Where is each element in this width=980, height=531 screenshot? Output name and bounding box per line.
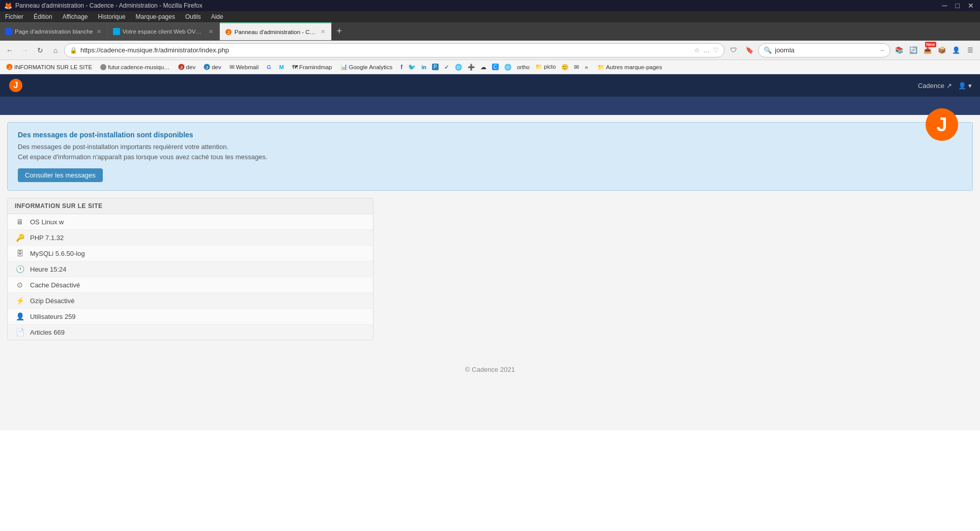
joomla-site-name[interactable]: Cadence ↗ [918,82,952,90]
bookmark-framindmap[interactable]: 🗺 Framindmap [289,63,335,71]
menu-historique[interactable]: Historique [96,13,128,21]
menu-icon[interactable]: ☰ [964,44,977,57]
bookmark-icon-futur [100,64,106,70]
shield-icon[interactable]: 🛡 [727,44,740,57]
back-button[interactable]: ← [3,44,16,57]
library-icon[interactable]: 📚 [892,44,906,57]
bookmark-star-icon[interactable]: ☆ [694,46,700,54]
sync-icon[interactable]: 🔄 [907,44,920,57]
bookmark-microsoft[interactable]: M [276,63,287,71]
menu-fichier[interactable]: Fichier [3,13,25,21]
bookmark-globe2[interactable]: 🌐 [502,63,513,72]
bookmarks-bar: J INFORMATION SUR LE SITE futur.cadence-… [0,60,980,74]
bookmark-more[interactable]: » [583,63,590,71]
search-submit-icon[interactable]: → [878,46,885,54]
joomla-logo-icon: J [8,78,23,93]
bookmark-ortho[interactable]: ortho [515,63,532,71]
bookmark-blue2[interactable]: C [490,63,501,71]
info-row-gzip: ⚡ Gzip Désactivé [8,293,373,309]
joomla-user-menu[interactable]: 👤 ▾ [958,82,972,90]
address-bar-actions: ☆ … ♡ [694,46,719,54]
bookmark-linkedin[interactable]: in [419,63,428,71]
bookmark-label-dev-1: dev [186,64,196,70]
bookmark-administration[interactable]: J INFORMATION SUR LE SITE [3,63,95,71]
maximize-button[interactable]: □ [954,2,962,10]
tab-favicon-3: J [225,28,232,36]
bookmark-cadence-futur[interactable]: futur.cadence-musiqu… [97,63,172,71]
search-input[interactable] [775,46,875,54]
menu-edition[interactable]: Édition [32,13,54,21]
tab-close-3[interactable]: ✕ [320,28,326,36]
tab-close-2[interactable]: ✕ [208,28,214,36]
bookmark-blue1[interactable]: P [430,63,441,71]
post-install-text2: Cet espace d'information n'apparaît pas … [18,153,962,161]
downloads-icon[interactable]: 📥 New [921,44,934,57]
new-tab-button[interactable]: + [332,22,347,40]
bookmark-dev-2[interactable]: J dev [200,63,224,71]
os-value: OS Linux w [30,218,64,226]
menubar: Fichier Édition Affichage Historique Mar… [0,11,980,22]
tab-favicon-1 [5,28,12,35]
tab-ovh[interactable]: Votre espace client Web OVH… ✕ [108,22,220,40]
bookmark-checklist[interactable]: ✓ [442,63,451,72]
tab-close-1[interactable]: ✕ [96,28,102,36]
site-link-icon: ↗ [946,82,952,90]
mysql-icon: 🗄 [15,249,25,257]
forward-button[interactable]: → [18,44,32,57]
search-icon: 🔍 [764,46,772,54]
bookmark-icon-google: G [267,64,271,70]
bookmark-label-dev-2: dev [212,64,221,70]
titlebar: 🦊 Panneau d'administration - Cadence - A… [0,0,980,11]
more-icon[interactable]: … [703,46,710,54]
bookmark-label-futur: futur.cadence-musiqu… [108,64,169,70]
menu-affichage[interactable]: Affichage [61,13,90,21]
svg-text:J: J [936,114,947,135]
menu-aide[interactable]: Aide [209,13,225,21]
tab-page-admin-blanche[interactable]: Page d'administration blanche ✕ [0,22,108,40]
container-icon[interactable]: 📦 [935,44,948,57]
address-bar[interactable]: 🔒 https://cadence-musique.fr/administrat… [64,43,725,57]
new-badge: New [925,42,936,47]
info-row-users: 👤 Utilisateurs 259 [8,309,373,324]
bookmark-google[interactable]: G [264,63,274,71]
bookmark-fb[interactable]: f [398,63,405,72]
user-dropdown-icon: ▾ [968,82,972,90]
titlebar-controls[interactable]: ─ □ ✕ [940,2,976,10]
firefox-account-icon[interactable]: 👤 [949,44,963,57]
consult-messages-button[interactable]: Consulter les messages [18,168,103,182]
mysql-value: MySQLi 5.6.50-log [30,250,85,257]
search-bar[interactable]: 🔍 → [758,43,890,57]
bookmark-dev-1[interactable]: J dev [175,63,199,71]
toolbar-icons: 📚 🔄 📥 New 📦 👤 ☰ [892,44,977,57]
bookmark-plus[interactable]: ➕ [466,63,477,72]
page-footer: © Cadence 2021 [0,356,980,383]
joomla-content-area: J Des messages de post-installation sont… [0,122,980,340]
menu-outils[interactable]: Outils [183,13,203,21]
heart-icon[interactable]: ♡ [713,46,719,54]
minimize-button[interactable]: ─ [940,2,949,10]
bookmark-twitter[interactable]: 🐦 [406,63,418,72]
pocket-icon[interactable]: 🔖 [743,44,756,57]
menu-marquepages[interactable]: Marque-pages [134,13,177,21]
tab-joomla-admin[interactable]: J Panneau d'administration - Ca… ✕ [220,22,332,40]
bookmark-email2[interactable]: ✉ [572,63,581,72]
site-info-header: INFORMATION SUR LE SITE [8,198,373,214]
bookmark-webmail[interactable]: ✉ Webmail [226,63,262,72]
navbar: ← → ↻ ⌂ 🔒 https://cadence-musique.fr/adm… [0,41,980,60]
bookmark-autres[interactable]: 📁 Autres marque-pages [594,63,666,72]
joomla-submenu [0,97,980,115]
titlebar-title-area: 🦊 Panneau d'administration - Cadence - A… [4,2,203,10]
bookmark-cloud[interactable]: ☁ [478,63,488,72]
svg-text:J: J [180,65,182,70]
home-button[interactable]: ⌂ [49,44,62,57]
joomla-big-icon: J [924,107,960,144]
bookmark-folder-picto[interactable]: 📁 picto [533,63,558,71]
close-button[interactable]: ✕ [966,2,976,10]
social-bookmarks: f 🐦 in P ✓ 🌐 ➕ ☁ C 🌐 ortho 📁 picto 🙂 ✉ » [398,63,590,72]
bookmark-smiley[interactable]: 🙂 [559,63,570,72]
reload-button[interactable]: ↻ [34,44,47,57]
bookmark-analytics[interactable]: 📊 Google Analytics [337,63,396,71]
bookmark-label-framindmap: Framindmap [299,64,332,70]
bookmark-globe[interactable]: 🌐 [453,63,464,72]
bookmark-label-analytics: Google Analytics [349,64,393,70]
